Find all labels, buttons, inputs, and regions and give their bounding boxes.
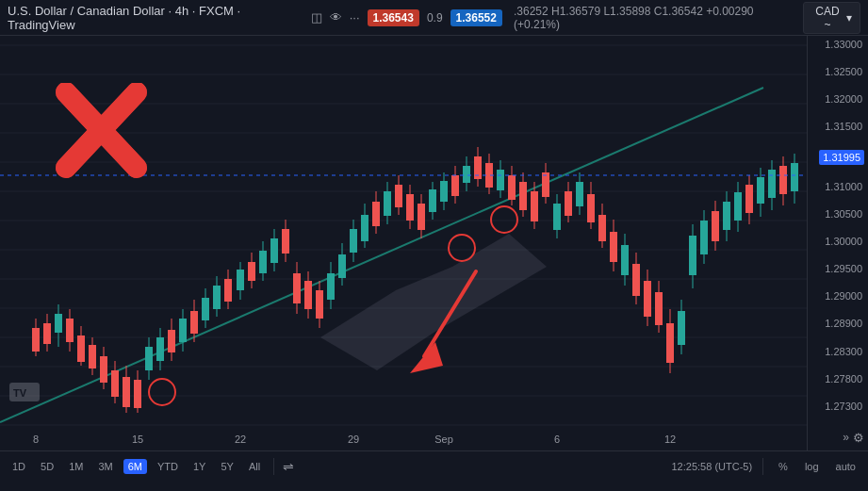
svg-rect-137	[712, 211, 719, 241]
svg-rect-135	[700, 221, 708, 254]
svg-rect-129	[666, 323, 674, 363]
price-1.28300: 1.28300	[808, 347, 868, 357]
cad-dropdown[interactable]: CAD ~ ▾	[803, 2, 860, 34]
svg-rect-47	[202, 298, 209, 320]
svg-point-154	[491, 206, 517, 233]
bid-price-badge: 1.36552	[450, 9, 502, 26]
price-1.31500: 1.31500	[808, 122, 868, 132]
svg-rect-63	[293, 273, 301, 303]
current-price-badge: 1.36543	[368, 9, 419, 26]
auto-toggle[interactable]: auto	[831, 459, 860, 474]
svg-rect-93	[463, 166, 470, 183]
spread-value: 0.9	[427, 11, 443, 25]
svg-rect-141	[734, 192, 742, 221]
svg-rect-71	[338, 254, 346, 278]
svg-rect-49	[213, 286, 221, 309]
svg-rect-69	[327, 273, 335, 300]
svg-rect-17	[32, 328, 40, 352]
x-mark-annotation	[52, 83, 203, 215]
svg-marker-164	[410, 342, 443, 373]
hide-icon[interactable]: ◫	[311, 10, 322, 25]
svg-rect-83	[406, 194, 414, 221]
timeframe-3m[interactable]: 3M	[93, 459, 117, 474]
timestamp: 12:25:58 (UTC-5)	[672, 461, 753, 472]
svg-rect-85	[418, 204, 425, 230]
expand-arrows-icon[interactable]: »	[843, 431, 849, 445]
svg-rect-31	[111, 370, 119, 397]
chevron-down-icon: ▾	[846, 11, 852, 25]
svg-text:6: 6	[554, 434, 560, 445]
svg-rect-99	[497, 170, 504, 190]
timeframe-all[interactable]: All	[244, 459, 265, 474]
price-1.27300: 1.27300	[808, 401, 868, 412]
svg-rect-111	[565, 191, 572, 216]
svg-rect-73	[350, 229, 357, 253]
svg-rect-117	[598, 215, 606, 241]
svg-rect-55	[248, 262, 255, 281]
svg-rect-127	[655, 292, 663, 325]
price-1.28900: 1.28900	[808, 319, 868, 329]
bottom-separator-2	[762, 458, 763, 475]
svg-rect-65	[304, 281, 312, 309]
svg-rect-149	[779, 166, 787, 194]
svg-rect-29	[100, 356, 107, 383]
svg-text:12: 12	[664, 434, 676, 445]
svg-rect-147	[768, 170, 776, 198]
current-price-label: 1.31995	[819, 150, 864, 165]
price-1.30000: 1.30000	[808, 237, 868, 247]
price-1.30500: 1.30500	[808, 209, 868, 220]
timeframe-5y[interactable]: 5Y	[216, 459, 237, 474]
price-1.27800: 1.27800	[808, 374, 868, 385]
svg-rect-53	[237, 270, 244, 290]
svg-line-163	[424, 271, 476, 356]
svg-rect-57	[259, 251, 267, 273]
price-1.31000: 1.31000	[808, 182, 868, 192]
svg-rect-81	[395, 185, 402, 207]
svg-rect-109	[553, 204, 561, 230]
header-right: CAD ~ ▾	[803, 2, 860, 34]
arrow-annotation	[396, 262, 509, 385]
svg-rect-143	[745, 185, 753, 213]
timeframe-6m[interactable]: 6M	[123, 459, 147, 474]
price-1.33000: 1.33000	[808, 40, 868, 50]
svg-rect-103	[519, 182, 527, 210]
svg-rect-21	[55, 314, 62, 333]
svg-text:Sep: Sep	[434, 434, 453, 445]
bottom-separator-1	[273, 458, 274, 475]
eye-icon[interactable]: 👁	[330, 10, 342, 25]
svg-rect-25	[77, 336, 85, 362]
percent-toggle[interactable]: %	[774, 459, 793, 474]
candles-right	[689, 154, 798, 288]
candles-sep	[350, 166, 459, 262]
svg-rect-113	[576, 182, 583, 206]
timeframe-1m[interactable]: 1M	[64, 459, 88, 474]
timeframe-1d[interactable]: 1D	[8, 459, 30, 474]
compare-icon[interactable]: ⇌	[283, 459, 294, 474]
svg-text:15: 15	[132, 434, 143, 445]
svg-rect-23	[66, 319, 74, 342]
gear-settings-icon[interactable]: ⚙	[853, 431, 864, 445]
price-1.29500: 1.29500	[808, 264, 868, 274]
svg-rect-39	[156, 337, 164, 361]
log-toggle[interactable]: log	[800, 459, 824, 474]
more-icon[interactable]: ···	[350, 10, 360, 25]
tradingview-watermark: TV	[9, 383, 40, 405]
timeframe-1y[interactable]: 1Y	[188, 459, 210, 474]
svg-point-153	[449, 235, 475, 261]
svg-rect-59	[270, 238, 278, 263]
chart-area: 8 15 22 29 Sep 6 12 1.33000 1.32500 1.32…	[0, 36, 868, 450]
svg-rect-125	[644, 281, 651, 317]
svg-rect-37	[145, 347, 153, 370]
svg-text:8: 8	[33, 434, 39, 445]
timeframe-5d[interactable]: 5D	[36, 459, 58, 474]
svg-rect-107	[542, 172, 549, 197]
svg-rect-115	[587, 194, 595, 222]
svg-rect-35	[134, 380, 141, 408]
svg-rect-41	[168, 330, 175, 352]
svg-rect-91	[451, 175, 459, 196]
timeframe-ytd[interactable]: YTD	[153, 459, 183, 474]
svg-rect-77	[372, 202, 380, 226]
svg-rect-67	[316, 290, 323, 319]
svg-rect-79	[384, 191, 391, 216]
chart-title: U.S. Dollar / Canadian Dollar · 4h · FXC…	[8, 4, 303, 32]
